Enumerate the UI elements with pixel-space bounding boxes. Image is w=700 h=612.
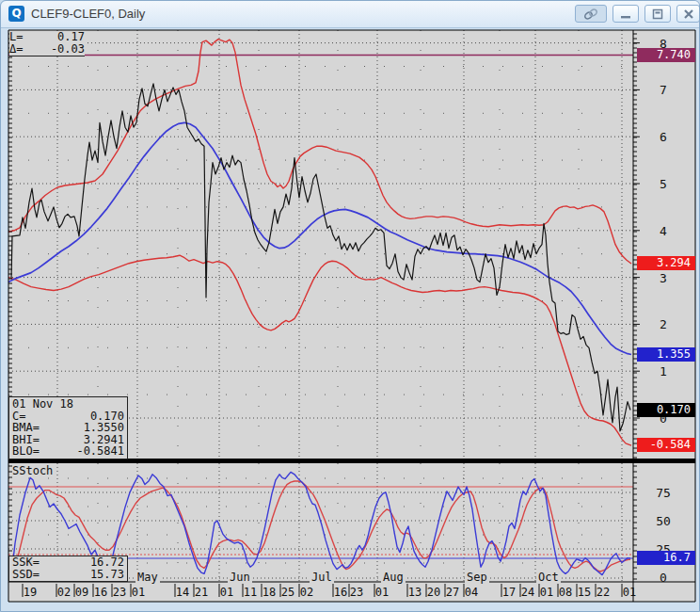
link-icon [576,8,606,20]
ssk-label: SSK= [12,556,40,569]
cursor-date: 01 Nov 18 [12,398,124,411]
x-axis-month-label: Jul [310,571,334,584]
price-axis-label: 6 [644,130,682,144]
stoch-axis-label: 50 [644,514,682,528]
delta-value: -0.03 [51,43,85,56]
x-axis-date-label: 01 [220,586,233,599]
stochastic-indicator-label: SStoch [12,464,53,477]
ssd-label: SSD= [12,569,40,581]
x-axis-date-label: 27 [446,586,459,599]
x-axis-date-label: 14 [176,586,189,599]
x-axis-date-label: 22 [597,586,610,599]
app-icon: Q [8,6,24,22]
ssk-value: 16.72 [90,556,124,569]
x-axis-month-label: May [135,571,160,584]
ssd-value: 15.73 [90,569,124,581]
price-tag-3.294: 3.294 [637,256,695,270]
main-chart-plot-area[interactable] [8,30,633,459]
price-axis-label: 3 [644,270,682,284]
x-axis-month-label: Jun [228,571,252,584]
price-axis-label: 1 [644,364,682,378]
minimize-button[interactable] [612,5,639,23]
restore-icon [645,8,670,20]
close-button[interactable] [676,5,700,23]
title-bar[interactable]: Q CLEF9-CLEF0, Daily [1,1,700,28]
stochastic-values-box: SSK=16.72 SSD=15.73 [8,556,128,582]
x-axis-date-label: 01 [540,586,553,599]
x-axis-date-label: 04 [465,586,478,599]
restore-button[interactable] [644,5,671,23]
price-tag--0.584: -0.584 [637,438,695,452]
x-axis-date-label: 18 [262,586,276,599]
window-title: CLEF9-CLEF0, Daily [31,7,145,21]
price-axis-label: 7 [644,83,682,97]
data-window-box: 01 Nov 18 C=0.170 BMA=1.3550 BHI=3.2941 … [8,396,128,459]
x-axis-date-label: 02 [300,586,313,599]
delta-label: Δ= [9,43,23,56]
x-axis-date-label: 11 [244,586,257,599]
x-axis-date-label: 25 [281,586,294,599]
x-axis-date-label: 17 [502,586,516,599]
link-chart-button[interactable] [575,5,607,23]
x-axis-date-label: 20 [427,586,440,599]
x-axis-date-label: 19 [24,586,37,599]
minimize-icon [613,8,638,20]
x-axis-date-label: 02 [57,586,71,599]
x-axis-month-label: Oct [536,571,561,584]
price-tag-7.740: 7.740 [637,48,695,62]
x-axis-date-label: 16 [334,586,347,599]
x-axis-date-label: 21 [195,586,208,599]
bma-value: 1.3550 [84,422,124,434]
last-price-overlay: L=0.17 Δ=-0.03 [9,31,85,56]
stoch-axis-label: 75 [644,486,682,500]
price-tag-0.170: 0.170 [637,403,695,417]
x-axis-date-label: 23 [350,586,363,599]
x-axis-month-label: Aug [381,571,406,584]
x-axis-date-label: 01 [132,586,145,599]
x-axis-date-label: 24 [521,586,534,599]
price-axis-label: 2 [644,317,682,331]
x-axis-date-label: 16 [94,586,107,599]
x-axis-month-label: Sep [465,571,489,584]
stoch-tag-16.7: 16.7 [637,551,695,565]
x-axis-date-label: 01 [375,586,389,599]
chart-window: Q CLEF9-CLEF0, Daily L [0,0,700,612]
blo-label: BLO= [12,445,40,458]
close-icon [677,8,699,20]
x-axis-date-label: 15 [578,586,591,599]
bma-label: BMA= [12,422,40,434]
price-tag-1.355: 1.355 [637,347,695,362]
price-axis-label: 4 [644,223,682,237]
x-axis-date-row[interactable]: 1902091623011421011118250216230113202704… [1,583,700,602]
blo-value: -0.5841 [76,445,124,458]
x-axis-date-label: 08 [559,586,572,599]
x-axis-date-label: 13 [408,586,422,599]
x-axis-date-label: 09 [75,586,88,599]
price-axis-label: 5 [644,177,682,191]
x-axis-date-label: 23 [113,586,126,599]
x-axis-date-label: 01 [623,586,636,599]
